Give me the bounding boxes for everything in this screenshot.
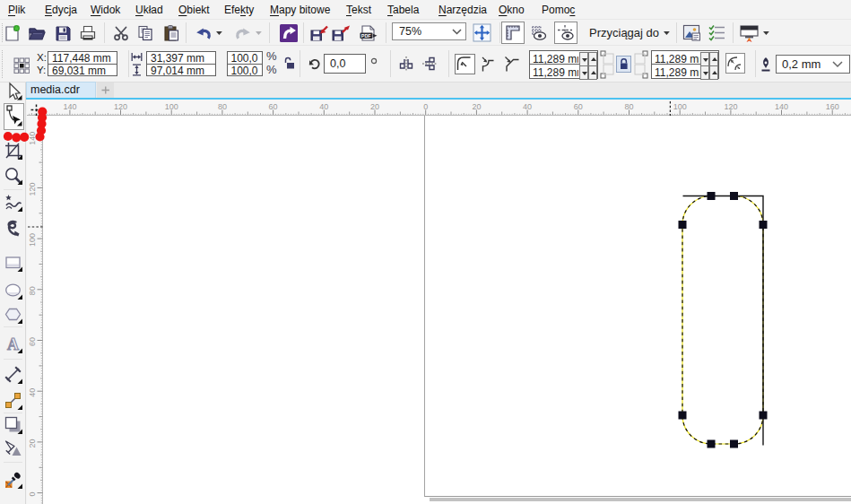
- svg-text:0: 0: [28, 492, 37, 497]
- svg-text:100: 100: [673, 102, 687, 111]
- svg-text:60: 60: [269, 102, 278, 111]
- svg-text:120: 120: [114, 102, 127, 111]
- svg-text:80: 80: [218, 102, 227, 111]
- svg-text:120: 120: [724, 102, 737, 111]
- svg-text:100: 100: [165, 102, 178, 111]
- svg-text:120: 120: [28, 182, 37, 196]
- svg-text:140: 140: [775, 102, 788, 111]
- svg-text:140: 140: [63, 102, 76, 111]
- svg-text:0: 0: [423, 102, 428, 111]
- svg-text:PDF: PDF: [361, 33, 371, 39]
- svg-text:40: 40: [523, 102, 532, 111]
- svg-text:80: 80: [28, 286, 37, 295]
- svg-text:A: A: [7, 335, 19, 352]
- svg-text:40: 40: [319, 102, 328, 111]
- svg-text:100: 100: [28, 233, 37, 247]
- svg-text:20: 20: [472, 102, 481, 111]
- svg-text:160: 160: [826, 102, 839, 111]
- svg-text:40: 40: [28, 388, 37, 397]
- svg-text:60: 60: [574, 102, 583, 111]
- svg-text:60: 60: [28, 337, 37, 346]
- svg-text:80: 80: [624, 102, 633, 111]
- svg-text:20: 20: [370, 102, 379, 111]
- svg-text:20: 20: [28, 439, 37, 448]
